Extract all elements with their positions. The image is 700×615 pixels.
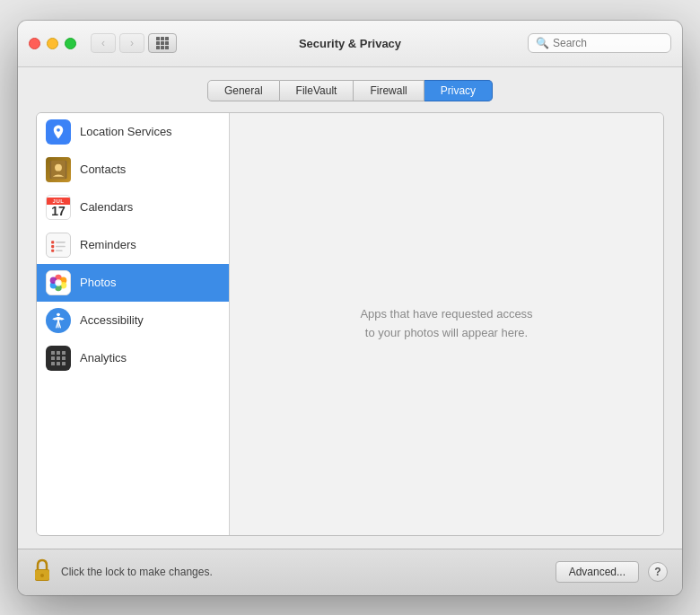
sidebar-label-photos: Photos — [80, 276, 116, 289]
svg-rect-8 — [51, 249, 54, 251]
sidebar: Location Services Contacts — [37, 113, 230, 535]
sidebar-label-accessibility: Accessibility — [80, 313, 144, 327]
search-input[interactable] — [553, 37, 663, 49]
content-area: General FileVault Firewall Privacy Locat… — [18, 67, 682, 549]
sidebar-label-reminders: Reminders — [80, 238, 136, 251]
svg-point-17 — [55, 279, 61, 286]
sidebar-item-location[interactable]: Location Services — [37, 113, 229, 151]
right-panel: Apps that have requested access to your … — [230, 113, 663, 535]
lock-icon[interactable] — [32, 558, 52, 586]
sidebar-item-accessibility[interactable]: Accessibility — [37, 302, 229, 339]
minimize-button[interactable] — [47, 38, 58, 49]
back-icon: ‹ — [101, 37, 105, 49]
sidebar-label-analytics: Analytics — [80, 351, 127, 365]
svg-point-35 — [40, 574, 44, 577]
sidebar-label-contacts: Contacts — [80, 163, 126, 176]
tab-firewall[interactable]: Firewall — [354, 80, 424, 101]
bottom-bar: Click the lock to make changes. Advanced… — [18, 549, 682, 595]
window-title: Security & Privacy — [299, 37, 401, 50]
sidebar-label-calendars: Calendars — [80, 200, 133, 214]
sidebar-item-reminders[interactable]: Reminders — [37, 226, 229, 264]
tab-general[interactable]: General — [207, 80, 280, 101]
svg-rect-7 — [56, 245, 66, 247]
main-window: ‹ › Security & Privacy 🔍 General FileVau… — [18, 21, 682, 595]
forward-icon: › — [130, 37, 134, 49]
titlebar: ‹ › Security & Privacy 🔍 — [18, 21, 682, 67]
svg-rect-32 — [62, 362, 66, 365]
calendar-icon: JUL 17 — [46, 195, 71, 220]
analytics-icon — [46, 346, 71, 371]
calendar-day: 17 — [51, 205, 66, 217]
sidebar-item-photos[interactable]: Photos — [37, 264, 229, 302]
search-box[interactable]: 🔍 — [528, 33, 671, 53]
svg-rect-6 — [51, 245, 54, 248]
svg-point-19 — [57, 312, 59, 315]
sidebar-item-analytics[interactable]: Analytics — [37, 339, 229, 377]
svg-point-2 — [55, 163, 62, 171]
sidebar-item-contacts[interactable]: Contacts — [37, 151, 229, 189]
svg-rect-26 — [62, 351, 66, 355]
grid-icon — [156, 37, 169, 49]
photos-icon — [46, 270, 71, 295]
empty-line1: Apps that have requested access — [360, 307, 532, 321]
contacts-icon — [46, 157, 71, 182]
advanced-button[interactable]: Advanced... — [556, 561, 639, 583]
tabs-bar: General FileVault Firewall Privacy — [36, 80, 664, 101]
svg-rect-30 — [51, 362, 55, 365]
nav-buttons: ‹ › — [91, 33, 144, 53]
location-icon — [46, 119, 71, 145]
main-panel: Location Services Contacts — [36, 112, 664, 536]
tab-privacy[interactable]: Privacy — [424, 80, 493, 101]
svg-rect-4 — [51, 241, 54, 243]
svg-rect-3 — [48, 235, 68, 255]
forward-button[interactable]: › — [119, 33, 144, 53]
reminders-icon — [46, 233, 71, 258]
maximize-button[interactable] — [65, 38, 76, 49]
accessibility-icon — [46, 308, 71, 333]
svg-rect-31 — [57, 362, 60, 365]
empty-line2: to your photos will appear here. — [365, 326, 528, 339]
svg-rect-9 — [56, 250, 63, 251]
empty-state: Apps that have requested access to your … — [360, 305, 532, 343]
lock-text: Click the lock to make changes. — [61, 566, 547, 578]
svg-rect-29 — [62, 356, 66, 360]
sidebar-label-location: Location Services — [80, 125, 172, 138]
grid-button[interactable] — [148, 33, 177, 53]
close-button[interactable] — [29, 38, 40, 49]
svg-rect-24 — [51, 351, 55, 355]
tab-filevault[interactable]: FileVault — [280, 80, 354, 101]
svg-rect-28 — [57, 356, 60, 360]
help-button[interactable]: ? — [648, 562, 668, 582]
svg-rect-5 — [56, 242, 66, 243]
back-button[interactable]: ‹ — [91, 33, 116, 53]
traffic-lights — [29, 38, 76, 49]
search-icon: 🔍 — [536, 37, 549, 49]
svg-rect-25 — [57, 351, 60, 355]
sidebar-item-calendars[interactable]: JUL 17 Calendars — [37, 189, 229, 226]
svg-rect-27 — [51, 356, 55, 360]
